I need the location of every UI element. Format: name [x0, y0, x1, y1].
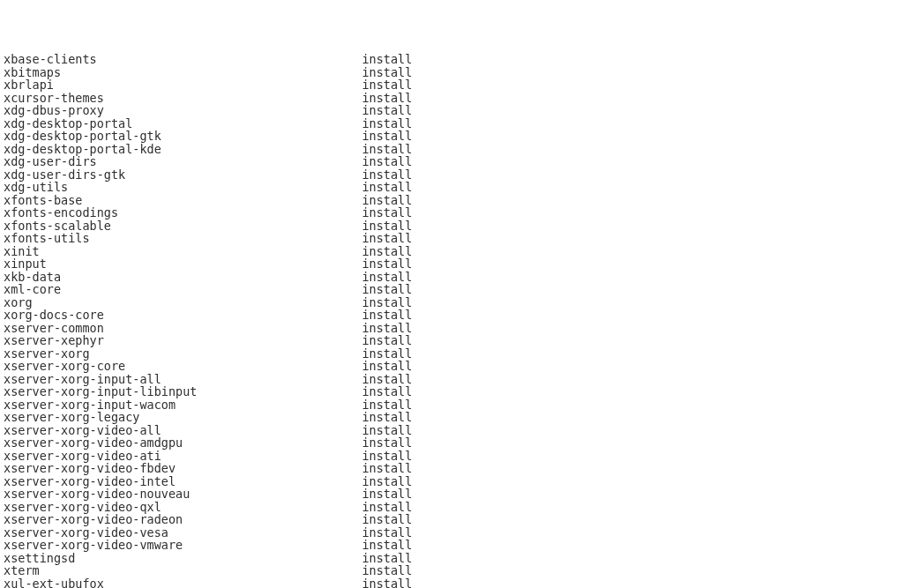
package-row: xml-core install — [4, 283, 899, 296]
package-row: xserver-xorg-video-all install — [4, 424, 899, 437]
package-row: xserver-xorg-core install — [4, 360, 899, 373]
package-row: xcursor-themes install — [4, 92, 899, 105]
package-row: xserver-xorg-input-wacom install — [4, 398, 899, 412]
package-row: xserver-xorg install — [4, 347, 899, 361]
package-row: xserver-xorg-video-fbdev install — [4, 462, 899, 475]
package-row: xserver-xorg-video-vmware install — [4, 539, 899, 552]
package-row: xul-ext-ubufox install — [4, 577, 899, 589]
package-row: xserver-xorg-video-vesa install — [4, 526, 899, 540]
package-row: xbase-clients install — [4, 53, 899, 66]
package-row: xserver-common install — [4, 322, 899, 335]
package-row: xkb-data install — [4, 271, 899, 284]
package-row: xdg-user-dirs install — [4, 155, 899, 168]
package-row: xorg install — [4, 296, 899, 309]
package-row: xfonts-base install — [4, 194, 899, 207]
package-row: xdg-desktop-portal-kde install — [4, 143, 899, 156]
package-row: xterm install — [4, 564, 899, 577]
terminal-output: xbase-clients installxbitmaps installxbr… — [4, 53, 899, 588]
package-row: xserver-xorg-video-intel install — [4, 475, 899, 488]
package-row: xserver-xorg-video-amdgpu install — [4, 436, 899, 450]
package-name: xul-ext-ubufox — [4, 577, 362, 589]
package-row: xserver-xorg-video-qxl install — [4, 501, 899, 514]
package-row: xdg-dbus-proxy install — [4, 104, 899, 117]
package-row: xbrlapi install — [4, 78, 899, 92]
package-row: xbitmaps install — [4, 66, 899, 79]
package-row: xsettingsd install — [4, 552, 899, 565]
package-row: xfonts-scalable install — [4, 220, 899, 233]
package-row: xserver-xorg-video-ati install — [4, 450, 899, 463]
package-row: xserver-xorg-video-radeon install — [4, 513, 899, 526]
package-row: xdg-desktop-portal-gtk install — [4, 130, 899, 143]
package-row: xserver-xephyr install — [4, 334, 899, 347]
package-row: xserver-xorg-video-nouveau install — [4, 488, 899, 501]
package-row: xinput install — [4, 257, 899, 271]
package-row: xdg-desktop-portal install — [4, 117, 899, 130]
package-status: install — [362, 577, 412, 589]
package-row: xserver-xorg-legacy install — [4, 411, 899, 424]
package-row: xserver-xorg-input-libinput install — [4, 385, 899, 398]
package-row: xfonts-encodings install — [4, 206, 899, 220]
package-row: xfonts-utils install — [4, 232, 899, 245]
package-row: xserver-xorg-input-all install — [4, 373, 899, 386]
package-row: xinit install — [4, 245, 899, 258]
package-row: xorg-docs-core install — [4, 309, 899, 322]
package-row: xdg-utils install — [4, 181, 899, 194]
package-row: xdg-user-dirs-gtk install — [4, 168, 899, 182]
